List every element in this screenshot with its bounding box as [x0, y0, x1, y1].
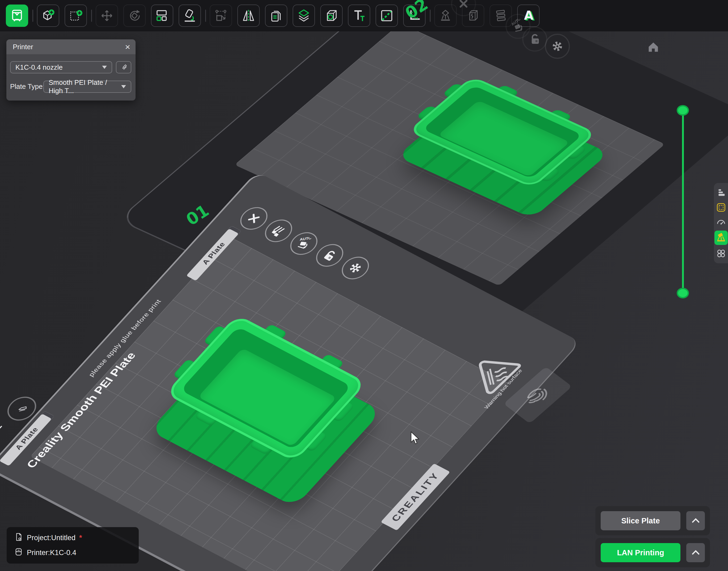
sidebar-tab-object-list[interactable]	[715, 187, 727, 199]
close-icon[interactable]: ×	[125, 42, 130, 51]
sidebar-tab-pattern[interactable]	[715, 247, 727, 259]
toolbar-support-paint-button[interactable]	[376, 5, 398, 27]
printer-icon	[14, 547, 23, 558]
sidebar-tab-speed[interactable]	[715, 216, 727, 228]
print-options-button[interactable]	[686, 543, 705, 562]
modified-indicator: *	[79, 534, 82, 542]
lan-printing-button[interactable]: LAN Printing	[601, 543, 681, 562]
slice-options-button[interactable]	[686, 511, 705, 530]
right-sidebar	[714, 183, 728, 263]
chevron-up-icon	[692, 518, 700, 526]
mouse-cursor	[411, 431, 420, 446]
toolbar-text-button[interactable]	[348, 5, 370, 27]
toolbar-scale-button[interactable]	[151, 5, 173, 27]
printer-select-value: K1C-0.4 nozzle	[15, 63, 63, 72]
slider-handle-bottom[interactable]	[677, 288, 689, 299]
sidebar-tab-support-edit[interactable]	[714, 231, 728, 245]
slider-handle-top[interactable]	[677, 105, 689, 116]
plate-02-lock-button[interactable]	[522, 27, 547, 51]
slider-track[interactable]	[682, 110, 684, 293]
toolbar-separator	[32, 10, 33, 22]
toolbar-mirror-button[interactable]	[237, 5, 260, 27]
plate-type-label: Plate Type:	[10, 83, 45, 91]
toolbar-rotate-button	[123, 5, 146, 27]
toolbar-separator	[205, 10, 206, 22]
edit-printer-button[interactable]	[116, 61, 131, 74]
printer-panel-title: Printer	[13, 43, 33, 51]
printer-name: Printer:K1C-0.4	[27, 549, 76, 557]
toolbar-prepare-button[interactable]	[6, 5, 28, 27]
toolbar-lay-flat-button[interactable]	[179, 5, 201, 27]
plate-type-select[interactable]: Smooth PEI Plate / High T...	[43, 81, 131, 93]
slice-action-group: Slice Plate	[595, 506, 710, 535]
print-action-group: LAN Printing	[595, 538, 710, 567]
toolbar-auto-arrange-button	[210, 5, 232, 27]
printer-panel: Printer × K1C-0.4 nozzle Plate Type: Smo…	[6, 39, 136, 101]
toolbar-add-model-button[interactable]	[37, 5, 59, 27]
toolbar-split-button[interactable]	[293, 5, 315, 27]
plate-type-value: Smooth PEI Plate / High T...	[49, 79, 118, 95]
application-window: A Plate A Plate A Plate please appl	[0, 0, 728, 571]
clipping-slider[interactable]	[677, 105, 689, 299]
main-toolbar: AA	[0, 0, 728, 31]
home-view-button[interactable]	[646, 40, 660, 55]
chevron-down-icon	[102, 66, 107, 69]
project-name: Project:Untitled	[27, 534, 76, 542]
printer-select[interactable]: K1C-0.4 nozzle	[10, 61, 112, 74]
chevron-down-icon	[121, 85, 126, 88]
project-file-icon	[14, 533, 23, 543]
chevron-up-icon	[692, 550, 700, 558]
sidebar-tab-select-region[interactable]	[715, 201, 727, 214]
svg-text:AUTO: AUTO	[511, 19, 522, 26]
slice-plate-button[interactable]: Slice Plate	[601, 511, 681, 530]
project-info-panel: Project:Untitled * Printer:K1C-0.4	[7, 527, 139, 564]
toolbar-clone-button[interactable]	[265, 5, 287, 27]
toolbar-separator	[91, 10, 92, 22]
toolbar-add-plate-button[interactable]	[64, 5, 87, 27]
toolbar-move-button	[96, 5, 118, 27]
svg-text:AUTO: AUTO	[300, 236, 312, 241]
plate-02-settings-button[interactable]	[545, 34, 570, 59]
toolbar-drill-button[interactable]	[320, 5, 342, 27]
